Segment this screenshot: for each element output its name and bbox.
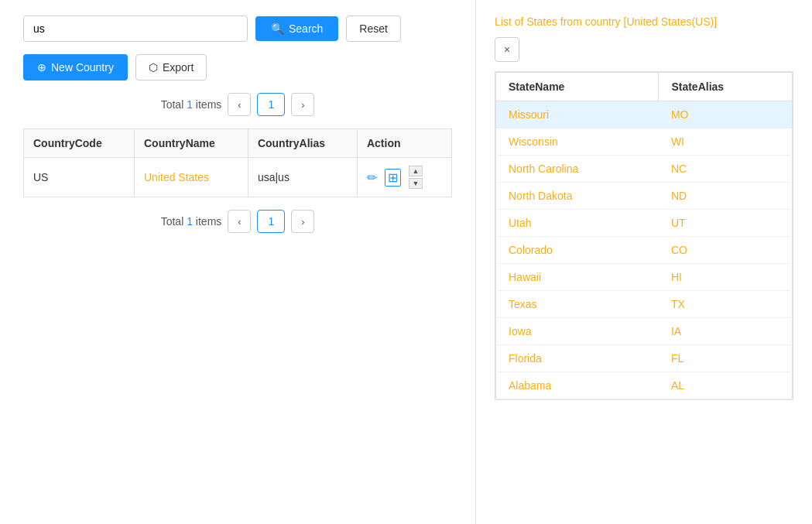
bottom-prev-button[interactable]: ‹	[228, 210, 251, 233]
search-input[interactable]	[23, 15, 248, 42]
states-table-wrapper[interactable]: StateName StateAlias Missouri MO Wiscons…	[495, 71, 793, 400]
plus-icon: ⊕	[37, 61, 46, 74]
bottom-next-button[interactable]: ›	[291, 210, 314, 233]
cell-state-name: Colorado	[496, 237, 659, 264]
scroll-arrows: ▲ ▼	[409, 166, 423, 189]
edit-icon[interactable]: ✏	[367, 170, 377, 185]
list-item[interactable]: Wisconsin WI	[496, 128, 793, 156]
list-item[interactable]: Florida FL	[496, 345, 793, 372]
cell-state-alias: ND	[659, 183, 793, 210]
search-icon: 🔍	[271, 22, 284, 35]
col-country-name: CountryName	[134, 129, 248, 158]
top-prev-button[interactable]: ‹	[228, 93, 251, 116]
top-next-button[interactable]: ›	[291, 93, 314, 116]
cell-state-alias: CO	[659, 237, 793, 264]
reset-button[interactable]: Reset	[346, 15, 401, 42]
cell-country-name: United States	[134, 158, 248, 197]
list-item[interactable]: North Dakota ND	[496, 183, 793, 210]
table-header-row: CountryCode CountryName CountryAlias Act…	[24, 129, 452, 158]
cell-state-name: North Carolina	[496, 156, 659, 183]
action-row: ⊕ New Country ⬡ Export	[23, 54, 452, 80]
top-page-number: 1	[257, 93, 285, 116]
cell-state-alias: AL	[659, 372, 793, 399]
cell-state-alias: HI	[659, 264, 793, 291]
table-row: US United States usa|us ✏ ⊞ ▲ ▼	[24, 158, 452, 197]
col-action: Action	[357, 129, 451, 158]
cell-state-alias: FL	[659, 345, 793, 372]
scroll-up-arrow[interactable]: ▲	[409, 166, 423, 176]
export-button[interactable]: ⬡ Export	[135, 54, 207, 80]
search-button[interactable]: 🔍 Search	[255, 16, 338, 41]
cell-state-name: Florida	[496, 345, 659, 372]
bottom-total-label: Total 1 items	[161, 215, 222, 228]
cell-state-name: Hawaii	[496, 264, 659, 291]
cell-state-name: North Dakota	[496, 183, 659, 210]
list-item[interactable]: Iowa IA	[496, 318, 793, 345]
cell-state-alias: UT	[659, 210, 793, 237]
cell-country-alias: usa|us	[248, 158, 357, 197]
cell-state-name: Wisconsin	[496, 128, 659, 156]
list-item[interactable]: Alabama AL	[496, 372, 793, 399]
top-total-label: Total 1 items	[161, 98, 222, 111]
col-country-alias: CountryAlias	[248, 129, 357, 158]
top-pagination: Total 1 items ‹ 1 ›	[23, 93, 452, 116]
cell-state-alias: IA	[659, 318, 793, 345]
col-country-code: CountryCode	[24, 129, 135, 158]
list-item[interactable]: Hawaii HI	[496, 264, 793, 291]
list-item[interactable]: Texas TX	[496, 291, 793, 318]
list-item[interactable]: Missouri MO	[496, 101, 793, 128]
search-row: 🔍 Search Reset	[23, 15, 452, 42]
close-button[interactable]: ×	[495, 37, 519, 62]
list-item[interactable]: Colorado CO	[496, 237, 793, 264]
bottom-page-number: 1	[257, 210, 285, 233]
detail-icon[interactable]: ⊞	[385, 169, 401, 187]
bottom-pagination: Total 1 items ‹ 1 ›	[23, 210, 452, 233]
country-table: CountryCode CountryName CountryAlias Act…	[23, 128, 452, 197]
right-panel: List of States from country [United Stat…	[476, 0, 812, 524]
cell-state-name: Alabama	[496, 372, 659, 399]
states-header-row: StateName StateAlias	[496, 73, 793, 101]
col-state-name: StateName	[496, 73, 659, 101]
export-icon: ⬡	[149, 61, 158, 74]
cell-country-code: US	[24, 158, 135, 197]
reset-label: Reset	[359, 22, 388, 35]
cell-state-alias: MO	[659, 101, 793, 128]
panel-title: List of States from country [United Stat…	[495, 15, 793, 28]
cell-state-name: Missouri	[496, 101, 659, 128]
states-table: StateName StateAlias Missouri MO Wiscons…	[495, 72, 793, 399]
left-panel: 🔍 Search Reset ⊕ New Country ⬡ Export To…	[0, 0, 476, 524]
new-country-label: New Country	[51, 61, 114, 74]
cell-state-alias: TX	[659, 291, 793, 318]
scroll-down-arrow[interactable]: ▼	[409, 178, 423, 189]
list-item[interactable]: North Carolina NC	[496, 156, 793, 183]
cell-action: ✏ ⊞ ▲ ▼	[357, 158, 451, 197]
new-country-button[interactable]: ⊕ New Country	[23, 54, 128, 80]
list-item[interactable]: Utah UT	[496, 210, 793, 237]
cell-state-name: Texas	[496, 291, 659, 318]
search-label: Search	[289, 22, 323, 35]
col-state-alias: StateAlias	[659, 73, 793, 101]
cell-state-name: Utah	[496, 210, 659, 237]
cell-state-alias: NC	[659, 156, 793, 183]
cell-state-name: Iowa	[496, 318, 659, 345]
cell-state-alias: WI	[659, 128, 793, 156]
export-label: Export	[163, 61, 194, 74]
close-icon: ×	[504, 43, 510, 56]
